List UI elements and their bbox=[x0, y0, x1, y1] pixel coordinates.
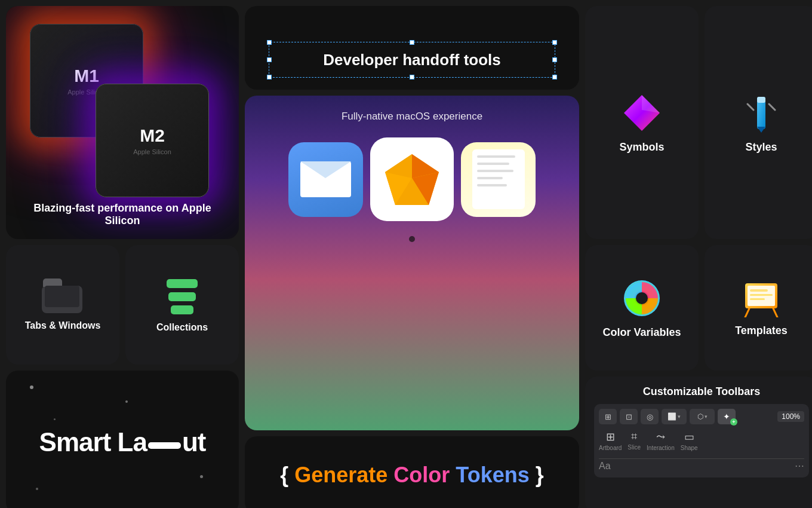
styles-card[interactable]: Styles bbox=[705, 6, 812, 239]
m1-chip-label: M1 bbox=[74, 66, 99, 86]
tabs-collections-row: Tabs & Windows Collections bbox=[6, 245, 239, 365]
templates-card[interactable]: Templates bbox=[705, 245, 812, 371]
svg-rect-22 bbox=[750, 298, 765, 300]
star4 bbox=[200, 475, 203, 478]
toolbar-btn-4[interactable]: ⬜ ▾ bbox=[662, 409, 687, 424]
artboard-label: Artboard bbox=[599, 445, 622, 451]
toolbar-slice[interactable]: ⌗ Slice bbox=[628, 430, 641, 451]
handle-mr bbox=[552, 57, 557, 62]
color-vars-templates-row: Color Variables bbox=[585, 245, 812, 371]
tabs-label: Tabs & Windows bbox=[25, 320, 101, 331]
sketch-app-icon bbox=[370, 137, 454, 221]
m1m2-card: M1 Apple Silicon M2 Apple Silicon Blazin… bbox=[6, 6, 239, 239]
notes-line5 bbox=[477, 184, 507, 186]
macos-preview-card: Fully-native macOS experience bbox=[245, 96, 579, 430]
ct-generate: Generate bbox=[294, 463, 393, 487]
mail-icon-shape bbox=[300, 161, 351, 197]
svg-rect-21 bbox=[750, 294, 773, 296]
shape-label: Shape bbox=[681, 445, 698, 451]
styles-label: Styles bbox=[745, 141, 777, 154]
collections-label: Collections bbox=[156, 322, 208, 333]
svg-line-12 bbox=[769, 104, 775, 110]
carousel-dot bbox=[409, 236, 415, 242]
notes-line2 bbox=[477, 163, 509, 165]
toolbar-mockup: ⊞ ⊡ ◎ ⬜ ▾ ⬡ ▾ ✦ + bbox=[594, 404, 809, 478]
star5 bbox=[36, 488, 38, 490]
toolbar-btn-2[interactable]: ⊡ bbox=[620, 409, 638, 424]
star2 bbox=[125, 400, 128, 403]
toolbar-btn-5-chevron: ▾ bbox=[705, 414, 708, 420]
smart-layout-dash bbox=[148, 442, 181, 449]
toolbar-row-1: ⊞ ⊡ ◎ ⬜ ▾ ⬡ ▾ ✦ + bbox=[599, 409, 804, 424]
color-tokens-text: { Generate Color Tokens } bbox=[280, 463, 543, 488]
interaction-icon: ⤳ bbox=[656, 430, 665, 443]
tabs-windows-card[interactable]: Tabs & Windows bbox=[6, 245, 119, 365]
smart-layout-card: Smart Laut bbox=[6, 371, 239, 508]
svg-line-18 bbox=[745, 308, 749, 317]
app-icons-row bbox=[288, 137, 536, 221]
symbols-card[interactable]: Symbols bbox=[585, 6, 699, 239]
notes-lines bbox=[472, 149, 525, 209]
toolbar-shape[interactable]: ▭ Shape bbox=[681, 430, 698, 451]
toolbar-row-3: Aa ⋯ bbox=[599, 458, 804, 473]
selection-box: Developer handoff tools bbox=[269, 42, 555, 78]
toolbar-btn-2-icon: ⊡ bbox=[626, 412, 632, 421]
toolbar-btn-1[interactable]: ⊞ bbox=[599, 409, 617, 424]
handle-br bbox=[552, 75, 557, 79]
toolbar-btn-5[interactable]: ⬡ ▾ bbox=[690, 409, 715, 424]
symbols-styles-row: Symbols Styles bbox=[585, 6, 812, 239]
toolbar-row-2: ⊞ Artboard ⌗ Slice ⤳ Interaction ▭ Shape bbox=[599, 428, 804, 454]
svg-rect-20 bbox=[750, 289, 768, 292]
mail-app-icon bbox=[288, 142, 363, 217]
handoff-title: Developer handoff tools bbox=[323, 51, 501, 69]
toolbar-btn-3[interactable]: ◎ bbox=[641, 409, 659, 424]
notes-line4 bbox=[477, 177, 503, 179]
ct-brace-close: } bbox=[530, 463, 544, 487]
toolbar-interaction[interactable]: ⤳ Interaction bbox=[647, 430, 675, 451]
cursor-plus-badge: + bbox=[730, 418, 737, 426]
m2-chip-label: M2 bbox=[140, 126, 165, 146]
ct-tokens: Tokens bbox=[456, 463, 529, 487]
zoom-pct[interactable]: 100% bbox=[777, 411, 804, 422]
developer-handoff-card: Developer handoff tools bbox=[245, 6, 579, 90]
slice-icon: ⌗ bbox=[631, 430, 637, 443]
color-variables-icon bbox=[621, 277, 663, 319]
svg-rect-10 bbox=[757, 97, 765, 103]
shape-icon: ▭ bbox=[684, 430, 694, 443]
macos-subtitle: Fully-native macOS experience bbox=[342, 111, 482, 123]
toolbar-btn-1-icon: ⊞ bbox=[605, 412, 611, 421]
handle-bl bbox=[267, 75, 272, 79]
notes-app-icon bbox=[461, 142, 536, 217]
handle-tr bbox=[552, 40, 557, 45]
templates-label: Templates bbox=[735, 325, 788, 337]
artboard-icon: ⊞ bbox=[606, 430, 615, 443]
svg-marker-9 bbox=[757, 127, 765, 133]
slice-label: Slice bbox=[628, 444, 641, 451]
collections-card[interactable]: Collections bbox=[125, 245, 239, 365]
handle-bm bbox=[410, 75, 414, 79]
sketch-diamond-svg bbox=[382, 151, 442, 208]
toolbar-artboard[interactable]: ⊞ Artboard bbox=[599, 430, 622, 451]
toolbar-btn-4-icon: ⬜ bbox=[668, 412, 676, 421]
svg-marker-7 bbox=[642, 95, 660, 113]
toolbar-cursor-btn[interactable]: ✦ + bbox=[718, 409, 736, 424]
interaction-label: Interaction bbox=[647, 445, 675, 451]
collections-icon bbox=[166, 277, 199, 316]
svg-point-15 bbox=[636, 292, 648, 304]
customizable-toolbars-card: Customizable Toolbars ⊞ ⊡ ◎ ⬜ ▾ ⬡ bbox=[585, 377, 812, 508]
handle-tl bbox=[267, 40, 272, 45]
cursor-icon: ✦ bbox=[723, 412, 730, 421]
m2-chip-sub: Apple Silicon bbox=[133, 148, 171, 155]
ct-brace-open: { bbox=[280, 463, 294, 487]
handle-tm bbox=[410, 40, 414, 45]
ct-color: Color bbox=[393, 463, 456, 487]
tabs-icon bbox=[42, 279, 84, 314]
toolbar-btn-5-icon: ⬡ bbox=[697, 412, 703, 421]
svg-line-11 bbox=[748, 104, 753, 110]
text-tool-icon: Aa bbox=[599, 461, 611, 472]
handle-ml bbox=[267, 57, 272, 62]
smart-layout-text: Smart Laut bbox=[39, 427, 206, 457]
toolbars-title: Customizable Toolbars bbox=[594, 385, 809, 398]
color-variables-card[interactable]: Color Variables bbox=[585, 245, 699, 371]
more-tool-icon: ⋯ bbox=[795, 460, 804, 472]
